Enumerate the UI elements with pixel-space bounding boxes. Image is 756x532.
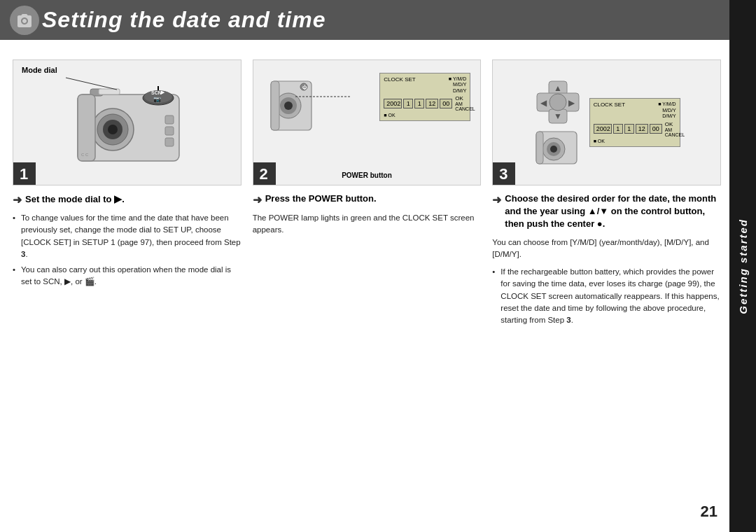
lcd-clock-set: CLOCK SET [384, 76, 415, 94]
lcd-ok: OK [455, 95, 475, 102]
step1-number: 1 [13, 162, 36, 186]
step3-lcd-day: 1 [624, 124, 634, 134]
svg-text:C C: C C [81, 153, 89, 157]
step3-number: 3 [492, 162, 515, 186]
step3-text: Choose the desired order for the date, t… [505, 192, 721, 231]
step2-body-text: The POWER lamp lights in green and the C… [253, 212, 482, 237]
step1-image: Mode dial SCN ▶ 📷 [13, 59, 241, 186]
step3-control-cross: ▲ ▼ ◀ ▶ [533, 78, 582, 127]
step2-number: 2 [253, 162, 276, 186]
steps-row: Mode dial SCN ▶ 📷 [13, 59, 721, 330]
sidebar-label: Getting started [737, 218, 749, 314]
step3-lcd-opt1: ■ Y/M/D [658, 102, 676, 107]
header-icon [10, 6, 39, 35]
step3-lcd: CLOCK SET ■ Y/M/D M/D/Y D/M/Y 2002 1 1 1 [589, 98, 680, 146]
lcd-day: 1 [414, 99, 424, 108]
step3-lcd-cancel: CANCEL [665, 132, 685, 137]
main-content: Mode dial SCN ▶ 📷 [0, 40, 756, 342]
step2-arrow: ➜ [253, 193, 262, 206]
step3-instruction: ➜ Choose the desired order for the date,… [492, 192, 721, 231]
svg-rect-14 [165, 115, 174, 124]
step3-body: You can choose from [Y/M/D] (year/month/… [492, 237, 721, 330]
step3-lcd-min: 00 [650, 124, 662, 134]
svg-rect-39 [536, 132, 543, 164]
step1-body: To change values for the time and the da… [13, 212, 241, 292]
svg-point-30 [550, 94, 566, 111]
svg-rect-16 [165, 138, 174, 146]
lcd-month: 1 [403, 99, 413, 108]
svg-text:⏻: ⏻ [302, 85, 307, 90]
svg-rect-23 [271, 81, 279, 130]
step2-image: ⏻ CLOCK SET ■ Y/M/D M/D/Y D/M/Y [253, 59, 482, 186]
step-3: ▲ ▼ ◀ ▶ [492, 59, 721, 330]
svg-text:SCN: SCN [151, 90, 162, 95]
step3-lcd-ok: OK [665, 121, 685, 127]
step1-bullet2: You can also carry out this operation wh… [13, 264, 241, 288]
step3-lcd-clock-set: CLOCK SET [594, 102, 625, 119]
lcd-year: 2002 [384, 99, 402, 108]
step2-text: Press the POWER button. [265, 192, 377, 205]
page-title: Setting the date and time [42, 7, 326, 33]
mode-dial-label: Mode dial [22, 66, 57, 74]
svg-text:▲: ▲ [554, 83, 562, 93]
step2-camera-svg: ⏻ [267, 74, 316, 137]
sidebar-getting: Getting [737, 267, 749, 314]
lcd-cancel: CANCEL [455, 106, 475, 111]
power-button-label: POWER button [342, 172, 392, 179]
step3-lcd-hour: 12 [636, 124, 648, 134]
step3-body-main: You can choose from [Y/M/D] (year/month/… [492, 237, 721, 261]
lcd-min: 00 [440, 99, 452, 108]
step3-lcd-am: AM [665, 127, 685, 132]
step1-text: Set the mode dial to ▶. [25, 192, 125, 206]
svg-point-38 [550, 146, 557, 153]
svg-text:📷: 📷 [153, 95, 162, 104]
svg-rect-12 [78, 94, 95, 161]
step3-lcd-year: 2002 [594, 124, 612, 134]
step3-lcd-opt3: D/M/Y [662, 113, 676, 119]
sidebar: Getting started [729, 0, 756, 532]
svg-point-22 [284, 102, 293, 110]
step-2: ⏻ CLOCK SET ■ Y/M/D M/D/Y D/M/Y [253, 59, 482, 330]
step2-body: The POWER lamp lights in green and the C… [253, 212, 482, 237]
svg-text:▶: ▶ [568, 98, 575, 108]
page-number: 21 [701, 503, 718, 521]
camera-icon [16, 12, 33, 29]
step2-instruction: ➜ Press the POWER button. [253, 192, 482, 206]
sidebar-started: started [737, 218, 749, 263]
step3-arrow: ➜ [492, 193, 501, 206]
svg-rect-13 [99, 89, 120, 94]
lcd-am: AM [455, 102, 475, 106]
lcd-hour: 12 [426, 99, 438, 108]
step1-camera-svg: SCN ▶ 📷 C C [57, 74, 197, 172]
lcd-opt3: D/M/Y [453, 88, 466, 94]
step3-lcd-opt2: M/D/Y [662, 108, 676, 113]
lcd-opt1: ■ Y/M/D [449, 76, 467, 82]
step3-camera-svg [534, 130, 582, 168]
step2-lcd: CLOCK SET ■ Y/M/D M/D/Y D/M/Y 2002 1 1 1 [379, 73, 470, 121]
step-1: Mode dial SCN ▶ 📷 [13, 59, 241, 330]
step3-bullet: If the rechargeable button battery, whic… [492, 266, 721, 326]
svg-text:▼: ▼ [554, 111, 562, 121]
svg-point-4 [108, 125, 118, 134]
step1-instruction: ➜ Set the mode dial to ▶. [13, 192, 241, 206]
lcd-opt2: M/D/Y [453, 82, 466, 88]
svg-rect-15 [165, 127, 174, 135]
svg-text:◀: ◀ [540, 98, 547, 108]
page-header: Setting the date and time [0, 0, 756, 40]
step1-arrow: ➜ [13, 193, 22, 206]
step3-image: ▲ ▼ ◀ ▶ [492, 59, 721, 186]
step1-bullet1: To change values for the time and the da… [13, 212, 241, 260]
step3-lcd-month: 1 [613, 124, 623, 134]
control-cross-container: ▲ ▼ ◀ ▶ [533, 78, 582, 168]
